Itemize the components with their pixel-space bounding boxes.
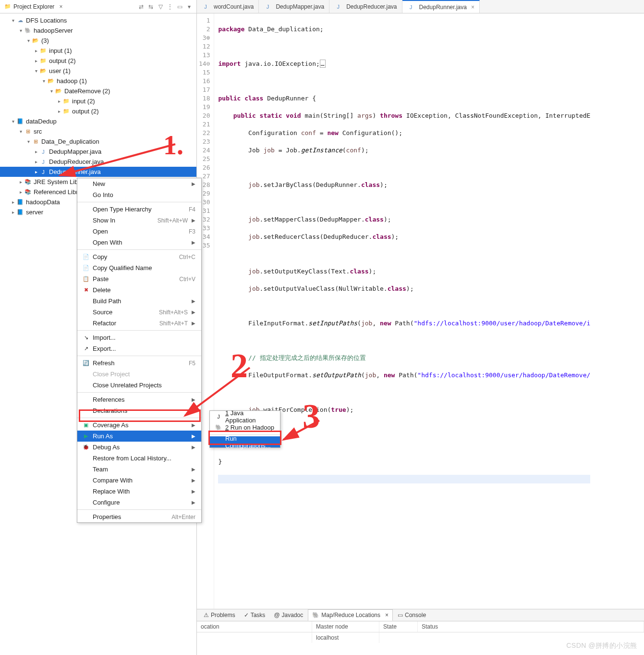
menu-openwith[interactable]: Open With▶ (77, 237, 201, 248)
menu-import[interactable]: ↘Import... (77, 332, 201, 343)
java-icon: J (39, 149, 47, 155)
menu-refresh[interactable]: 🔄RefreshF5 (77, 358, 201, 369)
menu-showin[interactable]: Show InShift+Alt+W▶ (77, 215, 201, 226)
col-location[interactable]: ocation (197, 621, 312, 632)
menu-restore[interactable]: Restore from Local History... (77, 453, 201, 464)
tree-output2b[interactable]: ▸📁output (2) (0, 106, 196, 116)
tab-mapper[interactable]: JDedupMapper.java (259, 0, 329, 13)
tree-user1[interactable]: ▾📂user (1) (0, 66, 196, 76)
tab-mapreduce[interactable]: 🐘Map/Reduce Locations× (308, 609, 393, 621)
link-icon[interactable]: ⇆ (147, 3, 154, 10)
tab-console[interactable]: ▭Console (394, 609, 430, 621)
context-menu[interactable]: New▶ Go Into Open Type HierarchyF4 Show … (77, 178, 202, 523)
copy-icon: 📄 (82, 265, 90, 271)
tree-input2[interactable]: ▸📁input (2) (0, 96, 196, 106)
tab-tasks[interactable]: ✓Tasks (240, 609, 269, 621)
menu-refactor[interactable]: RefactorShift+Alt+T▶ (77, 318, 201, 329)
min-icon[interactable]: ▭ (176, 3, 183, 10)
tree-hadoopserver[interactable]: ▾🐘hadoopServer (0, 25, 196, 36)
tab-javadoc[interactable]: @Javadoc (270, 609, 307, 621)
close-icon[interactable]: × (59, 3, 62, 10)
tree-runner-selected[interactable]: ▸JDedupRunner.java (0, 167, 196, 177)
tree-src[interactable]: ▾⊞src (0, 126, 196, 136)
folder-icon: 📂 (55, 88, 62, 94)
tab-wordcount[interactable]: JwordCount.java (197, 0, 259, 13)
menu-buildpath[interactable]: Build Path▶ (77, 296, 201, 307)
debug-icon: 🐞 (82, 444, 90, 450)
menu-references[interactable]: References▶ (77, 394, 201, 405)
elephant-icon: 🐘 (24, 27, 32, 34)
elephant-icon: 🐘 (215, 424, 222, 431)
explorer-toolbar: ⇄ ⇆ ▽ ⋮ ▭ ▾ (138, 3, 193, 10)
refresh-icon: 🔄 (82, 360, 90, 366)
tree-hadoop1[interactable]: ▾📂hadoop (1) (0, 76, 196, 86)
tree-reducer[interactable]: ▸JDedupReducer.java (0, 157, 196, 167)
java-icon: J (39, 169, 47, 175)
explorer-title: Project Explorer (13, 3, 54, 10)
collapse-icon[interactable]: ⇄ (138, 3, 145, 10)
col-status[interactable]: Status (418, 621, 644, 632)
project-explorer-header: 📁 Project Explorer × ⇄ ⇆ ▽ ⋮ ▭ ▾ (0, 0, 196, 13)
menu-team[interactable]: Team▶ (77, 464, 201, 475)
menu-properties[interactable]: PropertiesAlt+Enter (77, 511, 201, 522)
focus-icon[interactable]: ⋮ (167, 3, 173, 10)
folder-icon: 📂 (32, 37, 39, 44)
menu-source[interactable]: SourceShift+Alt+S▶ (77, 307, 201, 318)
tab-reducer[interactable]: JDedupReducer.java (329, 0, 402, 13)
col-master[interactable]: Master node (312, 621, 379, 632)
project-icon: 📘 (16, 199, 24, 205)
menu-coverage[interactable]: ▣Coverage As▶ (77, 420, 201, 431)
tree-mapper[interactable]: ▸JDedupMapper.java (0, 147, 196, 157)
bottom-view-tabs: ⚠Problems ✓Tasks @Javadoc 🐘Map/Reduce Lo… (197, 609, 644, 621)
tree-input1[interactable]: ▸📁input (1) (0, 46, 196, 56)
menu-export[interactable]: ↗Export... (77, 343, 201, 354)
menu-paste[interactable]: 📋PasteCtrl+V (77, 273, 201, 284)
menu-copyqual[interactable]: 📄Copy Qualified Name (77, 262, 201, 273)
menu-icon[interactable]: ▾ (186, 3, 193, 10)
export-icon: ↗ (82, 346, 90, 352)
code-editor[interactable]: 123⊕121314⊖15161718192021222324252627282… (197, 13, 644, 609)
dfs-icon: ☁ (16, 17, 24, 24)
menu-copy[interactable]: 📄CopyCtrl+C (77, 251, 201, 262)
close-icon[interactable]: × (471, 4, 474, 11)
menu-delete[interactable]: ✖Delete (77, 284, 201, 296)
tree-dateremove2[interactable]: ▾📂DateRemove (2) (0, 86, 196, 96)
src-icon: ⊞ (24, 128, 32, 135)
menu-gointo[interactable]: Go Into (77, 189, 201, 200)
col-state[interactable]: State (379, 621, 418, 632)
folder-icon: 📁 (62, 108, 70, 114)
menu-declarations[interactable]: Declarations▶ (77, 405, 201, 416)
tree-three[interactable]: ▾📂(3) (0, 36, 196, 46)
menu-opentypehier[interactable]: Open Type HierarchyF4 (77, 204, 201, 215)
submenu-runconfig[interactable]: Run Configurations... (210, 436, 280, 447)
tree-dfs[interactable]: ▾☁DFS Locations (0, 15, 196, 25)
tree-pkg[interactable]: ▾⊞Data_De_duplication (0, 136, 196, 147)
menu-configure[interactable]: Configure▶ (77, 497, 201, 508)
tree-datadedup[interactable]: ▾📘dataDedup (0, 116, 196, 126)
tree-output2[interactable]: ▸📁output (2) (0, 56, 196, 66)
menu-runas[interactable]: ▶Run As▶ (77, 431, 201, 442)
menu-new[interactable]: New▶ (77, 178, 201, 189)
explorer-icon: 📁 (4, 3, 12, 10)
java-icon: J (334, 4, 342, 10)
menu-compare[interactable]: Compare With▶ (77, 475, 201, 486)
java-icon: J (39, 159, 47, 165)
menu-closeproj: Close Project (77, 369, 201, 380)
menu-debugas[interactable]: 🐞Debug As▶ (77, 442, 201, 453)
tab-runner[interactable]: JDedupRunner.java× (402, 0, 480, 13)
project-icon: 📘 (16, 118, 24, 124)
paste-icon: 📋 (82, 276, 90, 282)
menu-replace[interactable]: Replace With▶ (77, 486, 201, 497)
java-icon: J (215, 414, 222, 420)
filter-icon[interactable]: ▽ (157, 3, 164, 10)
menu-closeunrel[interactable]: Close Unrelated Projects (77, 380, 201, 391)
project-icon: 📘 (16, 209, 24, 215)
submenu-runhadoop[interactable]: 🐘2 Run on Hadoop (210, 422, 280, 433)
menu-open[interactable]: OpenF3 (77, 226, 201, 237)
runas-submenu[interactable]: J1 Java Application 🐘2 Run on Hadoop Run… (209, 410, 280, 448)
close-icon[interactable]: × (385, 612, 389, 618)
tab-problems[interactable]: ⚠Problems (200, 609, 239, 621)
watermark: CSDN @拼搏的小浣熊 (566, 642, 637, 650)
delete-icon: ✖ (82, 287, 90, 293)
submenu-javaapp[interactable]: J1 Java Application (210, 411, 280, 422)
